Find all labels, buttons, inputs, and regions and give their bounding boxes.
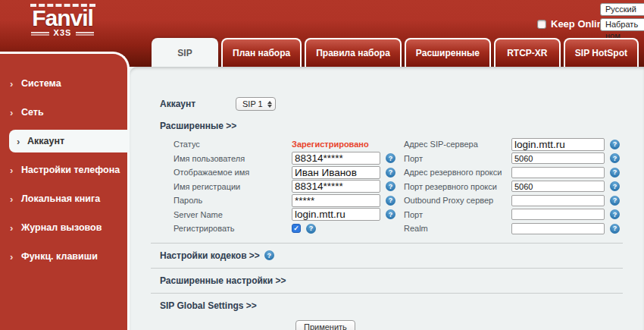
apply-button[interactable]: Применить: [295, 320, 355, 330]
sidebar-item-system[interactable]: › Система: [0, 72, 127, 95]
divider: [151, 293, 623, 294]
port-input[interactable]: [511, 152, 605, 164]
outbound-port-input[interactable]: [511, 209, 605, 220]
chevron-right-icon: ›: [10, 251, 13, 262]
username-label: Имя пользователя: [174, 154, 292, 163]
backup-proxy-label: Адрес резервного прокси: [404, 168, 511, 177]
section-codec-label: Настройки кодеков >>: [160, 250, 260, 261]
chevron-right-icon: ›: [17, 136, 20, 147]
chevron-right-icon: ›: [10, 107, 13, 118]
password-label: Пароль: [174, 196, 292, 205]
register-checkbox-checked[interactable]: [292, 224, 301, 233]
server-name-input[interactable]: [292, 208, 380, 221]
section-advanced[interactable]: Расширенные >>: [130, 121, 644, 131]
status-label: Статус: [174, 140, 292, 149]
sidebar-item-label: Локальная книга: [21, 193, 100, 204]
form-row-display-name: Отображаемое имя: [174, 165, 404, 180]
fanvil-logo: Fanvil X3S: [15, 4, 110, 37]
sidebar-item-label: Настройки телефона: [21, 165, 120, 175]
outbound-proxy-label: Outbound Proxy сервер: [404, 196, 511, 205]
help-icon[interactable]: [306, 224, 316, 234]
backup-proxy-input[interactable]: [511, 167, 605, 178]
section-advanced-label: Расширенные >>: [160, 121, 236, 131]
help-icon[interactable]: [610, 153, 620, 163]
help-icon[interactable]: [386, 209, 395, 219]
sidebar-item-function-keys[interactable]: › Функц. клавиши: [0, 245, 127, 268]
backup-proxy-port-label: Порт резервного прокси: [404, 182, 511, 191]
tab-dial-plan[interactable]: План набора: [221, 38, 302, 67]
form-row-status: Статус Зарегистрировано: [174, 137, 404, 152]
form-column-right: Адрес SIP-сервера Порт Адрес резервного …: [404, 137, 620, 236]
help-icon[interactable]: [386, 168, 395, 178]
display-name-label: Отображаемое имя: [174, 168, 292, 177]
select-stepper-icon: [267, 101, 272, 108]
main-content: Аккаунт SIP 1 Расширенные >> Статус Заре…: [130, 67, 644, 330]
form-row-outbound-proxy: Outbound Proxy сервер: [404, 193, 620, 208]
chevron-right-icon: ›: [10, 222, 13, 234]
form-row-backup-proxy: Адрес резервного прокси: [404, 165, 620, 180]
chevron-right-icon: ›: [10, 78, 13, 90]
language-select[interactable]: Русский: [600, 3, 644, 16]
register-name-input[interactable]: [292, 180, 380, 193]
account-row: Аккаунт SIP 1: [160, 97, 644, 111]
help-icon[interactable]: [610, 196, 620, 206]
port-label: Порт: [404, 154, 511, 163]
status-value: Зарегистрировано: [292, 140, 369, 149]
form-row-backup-proxy-port: Порт резервного прокси: [404, 180, 620, 194]
form-row-outbound-port: Порт: [404, 208, 620, 222]
section-advanced-settings[interactable]: Расширенные настройки >>: [130, 275, 644, 286]
form-column-left: Статус Зарегистрировано Имя пользователя…: [174, 137, 404, 236]
display-name-input[interactable]: [292, 166, 380, 179]
realm-input[interactable]: [511, 223, 605, 234]
register-label: Регистрировать: [174, 224, 292, 233]
logo-text: Fanvil: [15, 7, 110, 30]
realm-label: Realm: [404, 224, 511, 233]
server-name-label: Server Name: [174, 210, 292, 219]
sidebar-item-account[interactable]: › Аккаунт: [9, 130, 130, 152]
sidebar-item-call-log[interactable]: › Журнал вызовов: [0, 216, 127, 239]
tab-dial-rules[interactable]: Правила набора: [305, 38, 402, 67]
section-sip-global-label: SIP Global Settings >>: [160, 300, 257, 311]
apply-row: Применить: [295, 319, 644, 330]
help-icon[interactable]: [386, 181, 395, 191]
help-icon[interactable]: [610, 224, 620, 234]
sidebar-item-phone-settings[interactable]: › Настройки телефона: [0, 159, 127, 181]
sip-line-select-value: SIP 1: [242, 99, 263, 108]
help-icon[interactable]: [386, 196, 395, 206]
section-codec-settings[interactable]: Настройки кодеков >>: [130, 250, 644, 261]
password-input[interactable]: [292, 194, 380, 207]
logo-model-text: X3S: [54, 28, 72, 37]
username-input[interactable]: [292, 152, 380, 165]
form-row-password: Пароль: [174, 193, 404, 208]
chevron-right-icon: ›: [10, 165, 13, 176]
tab-bar: SIP План набора Правила набора Расширенн…: [152, 38, 639, 67]
form-row-sip-server: Адрес SIP-сервера: [404, 137, 620, 152]
sidebar-nav: › Система › Сеть › Аккаунт › Настройки т…: [0, 54, 127, 268]
tab-sip-hotspot[interactable]: SIP HotSpot: [564, 38, 639, 67]
dial-number-input[interactable]: Набрать ном: [600, 18, 644, 31]
form-row-register: Регистрировать: [174, 222, 404, 236]
logo-model: X3S: [15, 28, 110, 37]
sidebar-item-phonebook[interactable]: › Локальная книга: [0, 187, 127, 210]
outbound-port-label: Порт: [404, 210, 511, 219]
help-icon[interactable]: [386, 153, 395, 163]
keep-online-checkbox[interactable]: [537, 20, 546, 29]
backup-proxy-port-input[interactable]: [511, 181, 605, 192]
sip-line-select[interactable]: SIP 1: [236, 97, 276, 111]
help-icon[interactable]: [610, 140, 620, 149]
tab-rtcp-xr[interactable]: RTCP-XR: [494, 38, 561, 67]
sip-server-input[interactable]: [511, 138, 605, 151]
sip-settings-form: Статус Зарегистрировано Имя пользователя…: [174, 137, 644, 236]
sidebar: › Система › Сеть › Аккаунт › Настройки т…: [0, 52, 130, 330]
help-icon[interactable]: [264, 250, 274, 260]
divider: [151, 243, 623, 244]
outbound-proxy-input[interactable]: [511, 195, 605, 206]
sidebar-item-label: Система: [21, 78, 61, 89]
help-icon[interactable]: [610, 181, 620, 191]
help-icon[interactable]: [610, 168, 620, 178]
sidebar-item-network[interactable]: › Сеть: [0, 101, 127, 124]
help-icon[interactable]: [610, 209, 620, 219]
section-sip-global[interactable]: SIP Global Settings >>: [130, 300, 644, 311]
tab-sip[interactable]: SIP: [152, 38, 218, 67]
tab-advanced[interactable]: Расширенные: [405, 38, 491, 67]
